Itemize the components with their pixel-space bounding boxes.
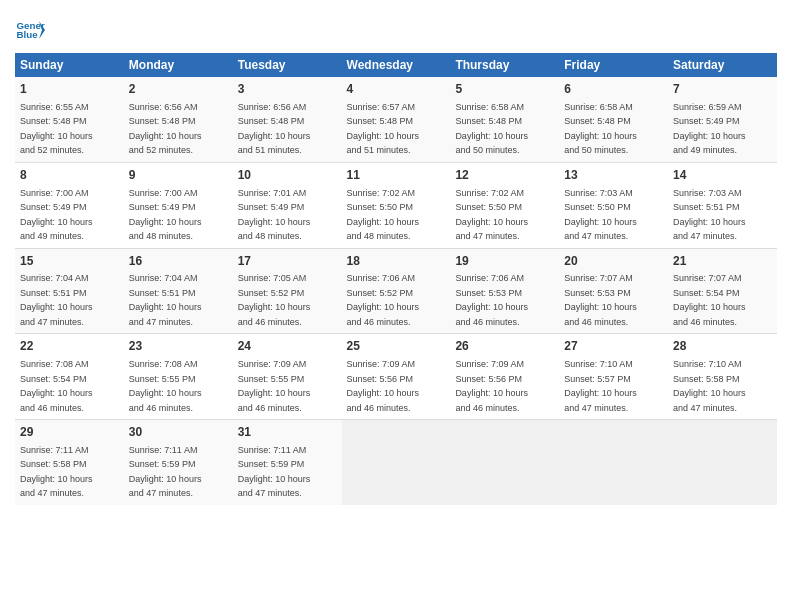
calendar-cell: 19 Sunrise: 7:06 AMSunset: 5:53 PMDaylig… [450, 248, 559, 334]
day-number: 16 [129, 253, 228, 270]
day-number: 25 [347, 338, 446, 355]
calendar-cell: 11 Sunrise: 7:02 AMSunset: 5:50 PMDaylig… [342, 162, 451, 248]
svg-text:Blue: Blue [17, 29, 39, 40]
day-number: 28 [673, 338, 772, 355]
day-number: 6 [564, 81, 663, 98]
day-number: 3 [238, 81, 337, 98]
day-number: 18 [347, 253, 446, 270]
calendar-week-row: 29 Sunrise: 7:11 AMSunset: 5:58 PMDaylig… [15, 420, 777, 505]
day-info: Sunrise: 7:05 AMSunset: 5:52 PMDaylight:… [238, 273, 311, 327]
day-info: Sunrise: 6:56 AMSunset: 5:48 PMDaylight:… [238, 102, 311, 156]
day-info: Sunrise: 7:02 AMSunset: 5:50 PMDaylight:… [455, 188, 528, 242]
calendar-cell: 28 Sunrise: 7:10 AMSunset: 5:58 PMDaylig… [668, 334, 777, 420]
day-info: Sunrise: 7:08 AMSunset: 5:55 PMDaylight:… [129, 359, 202, 413]
calendar-cell: 9 Sunrise: 7:00 AMSunset: 5:49 PMDayligh… [124, 162, 233, 248]
calendar-cell: 17 Sunrise: 7:05 AMSunset: 5:52 PMDaylig… [233, 248, 342, 334]
day-number: 17 [238, 253, 337, 270]
day-info: Sunrise: 7:03 AMSunset: 5:50 PMDaylight:… [564, 188, 637, 242]
day-info: Sunrise: 7:04 AMSunset: 5:51 PMDaylight:… [20, 273, 93, 327]
calendar-cell: 3 Sunrise: 6:56 AMSunset: 5:48 PMDayligh… [233, 77, 342, 162]
calendar-cell: 4 Sunrise: 6:57 AMSunset: 5:48 PMDayligh… [342, 77, 451, 162]
day-info: Sunrise: 7:09 AMSunset: 5:56 PMDaylight:… [347, 359, 420, 413]
day-info: Sunrise: 6:58 AMSunset: 5:48 PMDaylight:… [564, 102, 637, 156]
day-info: Sunrise: 7:01 AMSunset: 5:49 PMDaylight:… [238, 188, 311, 242]
calendar-cell: 1 Sunrise: 6:55 AMSunset: 5:48 PMDayligh… [15, 77, 124, 162]
calendar-cell: 5 Sunrise: 6:58 AMSunset: 5:48 PMDayligh… [450, 77, 559, 162]
day-number: 24 [238, 338, 337, 355]
day-info: Sunrise: 7:00 AMSunset: 5:49 PMDaylight:… [129, 188, 202, 242]
day-number: 29 [20, 424, 119, 441]
day-number: 30 [129, 424, 228, 441]
calendar-cell: 7 Sunrise: 6:59 AMSunset: 5:49 PMDayligh… [668, 77, 777, 162]
day-info: Sunrise: 7:07 AMSunset: 5:54 PMDaylight:… [673, 273, 746, 327]
day-info: Sunrise: 7:06 AMSunset: 5:53 PMDaylight:… [455, 273, 528, 327]
day-number: 19 [455, 253, 554, 270]
day-info: Sunrise: 7:10 AMSunset: 5:58 PMDaylight:… [673, 359, 746, 413]
calendar-cell: 15 Sunrise: 7:04 AMSunset: 5:51 PMDaylig… [15, 248, 124, 334]
day-info: Sunrise: 7:11 AMSunset: 5:58 PMDaylight:… [20, 445, 93, 499]
weekday-header: Monday [124, 53, 233, 77]
calendar-cell: 26 Sunrise: 7:09 AMSunset: 5:56 PMDaylig… [450, 334, 559, 420]
day-number: 27 [564, 338, 663, 355]
day-number: 22 [20, 338, 119, 355]
day-number: 12 [455, 167, 554, 184]
calendar-cell: 23 Sunrise: 7:08 AMSunset: 5:55 PMDaylig… [124, 334, 233, 420]
day-info: Sunrise: 7:04 AMSunset: 5:51 PMDaylight:… [129, 273, 202, 327]
calendar-cell: 24 Sunrise: 7:09 AMSunset: 5:55 PMDaylig… [233, 334, 342, 420]
day-info: Sunrise: 7:09 AMSunset: 5:55 PMDaylight:… [238, 359, 311, 413]
calendar-cell: 31 Sunrise: 7:11 AMSunset: 5:59 PMDaylig… [233, 420, 342, 505]
day-number: 8 [20, 167, 119, 184]
day-number: 21 [673, 253, 772, 270]
calendar-cell: 18 Sunrise: 7:06 AMSunset: 5:52 PMDaylig… [342, 248, 451, 334]
day-info: Sunrise: 7:09 AMSunset: 5:56 PMDaylight:… [455, 359, 528, 413]
calendar-cell: 20 Sunrise: 7:07 AMSunset: 5:53 PMDaylig… [559, 248, 668, 334]
weekday-header: Thursday [450, 53, 559, 77]
calendar-week-row: 8 Sunrise: 7:00 AMSunset: 5:49 PMDayligh… [15, 162, 777, 248]
day-info: Sunrise: 7:11 AMSunset: 5:59 PMDaylight:… [238, 445, 311, 499]
weekday-header-row: SundayMondayTuesdayWednesdayThursdayFrid… [15, 53, 777, 77]
day-number: 9 [129, 167, 228, 184]
calendar-cell: 8 Sunrise: 7:00 AMSunset: 5:49 PMDayligh… [15, 162, 124, 248]
calendar-cell: 27 Sunrise: 7:10 AMSunset: 5:57 PMDaylig… [559, 334, 668, 420]
day-info: Sunrise: 6:58 AMSunset: 5:48 PMDaylight:… [455, 102, 528, 156]
calendar-week-row: 1 Sunrise: 6:55 AMSunset: 5:48 PMDayligh… [15, 77, 777, 162]
calendar-week-row: 22 Sunrise: 7:08 AMSunset: 5:54 PMDaylig… [15, 334, 777, 420]
calendar-table: SundayMondayTuesdayWednesdayThursdayFrid… [15, 53, 777, 505]
day-info: Sunrise: 7:08 AMSunset: 5:54 PMDaylight:… [20, 359, 93, 413]
day-number: 4 [347, 81, 446, 98]
day-number: 10 [238, 167, 337, 184]
logo: General Blue [15, 15, 45, 45]
calendar-cell: 16 Sunrise: 7:04 AMSunset: 5:51 PMDaylig… [124, 248, 233, 334]
day-number: 11 [347, 167, 446, 184]
day-number: 7 [673, 81, 772, 98]
day-number: 31 [238, 424, 337, 441]
day-number: 20 [564, 253, 663, 270]
page-container: General Blue SundayMondayTuesdayWednesda… [0, 0, 792, 612]
weekday-header: Saturday [668, 53, 777, 77]
weekday-header: Friday [559, 53, 668, 77]
day-number: 26 [455, 338, 554, 355]
day-info: Sunrise: 6:57 AMSunset: 5:48 PMDaylight:… [347, 102, 420, 156]
day-info: Sunrise: 7:00 AMSunset: 5:49 PMDaylight:… [20, 188, 93, 242]
calendar-cell: 25 Sunrise: 7:09 AMSunset: 5:56 PMDaylig… [342, 334, 451, 420]
calendar-cell: 29 Sunrise: 7:11 AMSunset: 5:58 PMDaylig… [15, 420, 124, 505]
calendar-cell [559, 420, 668, 505]
calendar-cell: 22 Sunrise: 7:08 AMSunset: 5:54 PMDaylig… [15, 334, 124, 420]
day-info: Sunrise: 7:06 AMSunset: 5:52 PMDaylight:… [347, 273, 420, 327]
weekday-header: Wednesday [342, 53, 451, 77]
calendar-cell [342, 420, 451, 505]
day-number: 15 [20, 253, 119, 270]
day-info: Sunrise: 6:55 AMSunset: 5:48 PMDaylight:… [20, 102, 93, 156]
calendar-cell [668, 420, 777, 505]
weekday-header: Sunday [15, 53, 124, 77]
day-number: 13 [564, 167, 663, 184]
day-info: Sunrise: 7:03 AMSunset: 5:51 PMDaylight:… [673, 188, 746, 242]
weekday-header: Tuesday [233, 53, 342, 77]
day-number: 2 [129, 81, 228, 98]
day-info: Sunrise: 7:07 AMSunset: 5:53 PMDaylight:… [564, 273, 637, 327]
calendar-cell: 12 Sunrise: 7:02 AMSunset: 5:50 PMDaylig… [450, 162, 559, 248]
calendar-cell: 2 Sunrise: 6:56 AMSunset: 5:48 PMDayligh… [124, 77, 233, 162]
calendar-cell [450, 420, 559, 505]
day-info: Sunrise: 6:59 AMSunset: 5:49 PMDaylight:… [673, 102, 746, 156]
day-number: 14 [673, 167, 772, 184]
